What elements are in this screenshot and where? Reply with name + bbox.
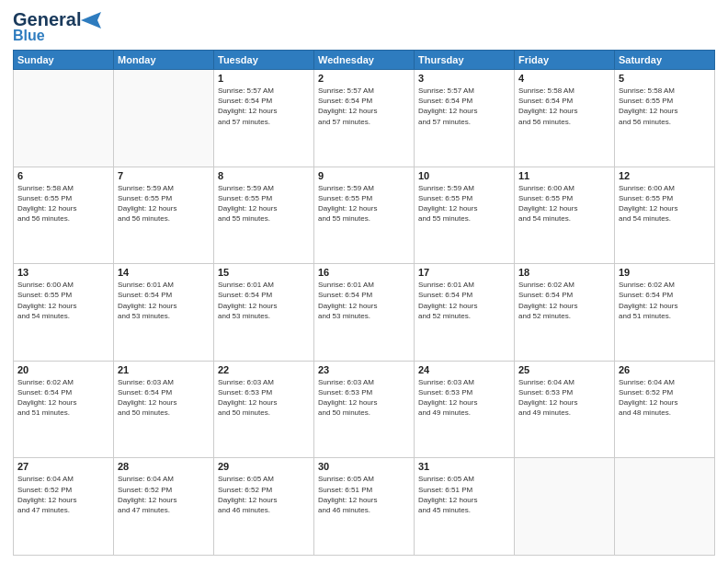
calendar-header-row: SundayMondayTuesdayWednesdayThursdayFrid…	[14, 51, 715, 70]
day-number: 27	[17, 461, 109, 472]
day-number: 25	[518, 364, 610, 375]
day-number: 1	[218, 73, 310, 84]
day-info: Sunrise: 5:57 AM Sunset: 6:54 PM Dayligh…	[218, 86, 310, 127]
day-cell: 21Sunrise: 6:03 AM Sunset: 6:54 PM Dayli…	[114, 361, 214, 458]
day-info: Sunrise: 6:00 AM Sunset: 6:55 PM Dayligh…	[17, 280, 109, 321]
day-cell: 4Sunrise: 5:58 AM Sunset: 6:54 PM Daylig…	[515, 70, 615, 167]
week-row-4: 20Sunrise: 6:02 AM Sunset: 6:54 PM Dayli…	[14, 361, 715, 458]
day-info: Sunrise: 6:04 AM Sunset: 6:52 PM Dayligh…	[619, 377, 711, 419]
day-info: Sunrise: 5:59 AM Sunset: 6:55 PM Dayligh…	[118, 183, 210, 224]
day-cell	[615, 458, 715, 556]
day-cell: 7Sunrise: 5:59 AM Sunset: 6:55 PM Daylig…	[114, 167, 214, 264]
day-cell: 14Sunrise: 6:01 AM Sunset: 6:54 PM Dayli…	[114, 264, 214, 362]
day-cell: 5Sunrise: 5:58 AM Sunset: 6:55 PM Daylig…	[615, 70, 715, 167]
day-info: Sunrise: 5:59 AM Sunset: 6:55 PM Dayligh…	[418, 183, 510, 224]
logo-blue: Blue	[13, 28, 45, 44]
day-info: Sunrise: 6:03 AM Sunset: 6:54 PM Dayligh…	[118, 377, 210, 419]
day-cell: 20Sunrise: 6:02 AM Sunset: 6:54 PM Dayli…	[14, 361, 114, 458]
day-info: Sunrise: 6:05 AM Sunset: 6:51 PM Dayligh…	[418, 474, 510, 515]
day-cell: 6Sunrise: 5:58 AM Sunset: 6:55 PM Daylig…	[14, 167, 114, 264]
header: General Blue	[13, 9, 715, 44]
weekday-wednesday: Wednesday	[314, 51, 415, 70]
day-cell: 8Sunrise: 5:59 AM Sunset: 6:55 PM Daylig…	[214, 167, 314, 264]
day-cell: 11Sunrise: 6:00 AM Sunset: 6:55 PM Dayli…	[515, 167, 615, 264]
weekday-monday: Monday	[114, 51, 214, 70]
day-cell	[515, 458, 615, 556]
day-info: Sunrise: 6:03 AM Sunset: 6:53 PM Dayligh…	[218, 377, 310, 419]
day-cell: 28Sunrise: 6:04 AM Sunset: 6:52 PM Dayli…	[114, 458, 214, 556]
weekday-sunday: Sunday	[14, 51, 114, 70]
day-number: 24	[418, 364, 510, 375]
day-number: 13	[17, 267, 109, 278]
week-row-3: 13Sunrise: 6:00 AM Sunset: 6:55 PM Dayli…	[14, 264, 715, 362]
day-cell: 30Sunrise: 6:05 AM Sunset: 6:51 PM Dayli…	[314, 458, 415, 556]
day-cell: 27Sunrise: 6:04 AM Sunset: 6:52 PM Dayli…	[14, 458, 114, 556]
day-info: Sunrise: 6:01 AM Sunset: 6:54 PM Dayligh…	[118, 280, 210, 321]
day-number: 17	[418, 267, 510, 278]
day-info: Sunrise: 6:00 AM Sunset: 6:55 PM Dayligh…	[518, 183, 610, 224]
day-number: 20	[17, 364, 109, 375]
day-cell: 3Sunrise: 5:57 AM Sunset: 6:54 PM Daylig…	[415, 70, 515, 167]
day-cell: 17Sunrise: 6:01 AM Sunset: 6:54 PM Dayli…	[415, 264, 515, 362]
day-cell: 1Sunrise: 5:57 AM Sunset: 6:54 PM Daylig…	[214, 70, 314, 167]
day-info: Sunrise: 5:57 AM Sunset: 6:54 PM Dayligh…	[418, 86, 510, 127]
day-number: 6	[17, 170, 109, 181]
day-info: Sunrise: 5:59 AM Sunset: 6:55 PM Dayligh…	[218, 183, 310, 224]
day-cell: 26Sunrise: 6:04 AM Sunset: 6:52 PM Dayli…	[615, 361, 715, 458]
day-number: 14	[118, 267, 210, 278]
day-cell: 13Sunrise: 6:00 AM Sunset: 6:55 PM Dayli…	[14, 264, 114, 362]
day-info: Sunrise: 6:02 AM Sunset: 6:54 PM Dayligh…	[17, 377, 109, 419]
day-info: Sunrise: 6:05 AM Sunset: 6:52 PM Dayligh…	[218, 474, 310, 515]
day-number: 4	[518, 73, 610, 84]
day-cell: 12Sunrise: 6:00 AM Sunset: 6:55 PM Dayli…	[615, 167, 715, 264]
day-number: 3	[418, 73, 510, 84]
day-info: Sunrise: 6:05 AM Sunset: 6:51 PM Dayligh…	[318, 474, 410, 515]
day-cell: 23Sunrise: 6:03 AM Sunset: 6:53 PM Dayli…	[314, 361, 415, 458]
day-number: 29	[218, 461, 310, 472]
day-cell: 9Sunrise: 5:59 AM Sunset: 6:55 PM Daylig…	[314, 167, 415, 264]
day-number: 5	[619, 73, 711, 84]
day-number: 19	[619, 267, 711, 278]
day-info: Sunrise: 5:58 AM Sunset: 6:55 PM Dayligh…	[619, 86, 711, 127]
day-cell	[114, 70, 214, 167]
day-cell: 19Sunrise: 6:02 AM Sunset: 6:54 PM Dayli…	[615, 264, 715, 362]
day-info: Sunrise: 6:02 AM Sunset: 6:54 PM Dayligh…	[619, 280, 711, 321]
day-number: 31	[418, 461, 510, 472]
day-info: Sunrise: 6:04 AM Sunset: 6:53 PM Dayligh…	[518, 377, 610, 419]
day-cell: 29Sunrise: 6:05 AM Sunset: 6:52 PM Dayli…	[214, 458, 314, 556]
weekday-tuesday: Tuesday	[214, 51, 314, 70]
day-info: Sunrise: 6:01 AM Sunset: 6:54 PM Dayligh…	[318, 280, 410, 321]
logo-wing-icon	[81, 12, 101, 29]
day-cell: 24Sunrise: 6:03 AM Sunset: 6:53 PM Dayli…	[415, 361, 515, 458]
day-cell: 22Sunrise: 6:03 AM Sunset: 6:53 PM Dayli…	[214, 361, 314, 458]
day-number: 18	[518, 267, 610, 278]
day-info: Sunrise: 5:57 AM Sunset: 6:54 PM Dayligh…	[318, 86, 410, 127]
day-number: 11	[518, 170, 610, 181]
day-cell: 18Sunrise: 6:02 AM Sunset: 6:54 PM Dayli…	[515, 264, 615, 362]
day-number: 15	[218, 267, 310, 278]
svg-marker-0	[81, 12, 101, 29]
day-number: 22	[218, 364, 310, 375]
day-number: 2	[318, 73, 410, 84]
calendar-table: SundayMondayTuesdayWednesdayThursdayFrid…	[13, 50, 715, 556]
day-info: Sunrise: 5:58 AM Sunset: 6:55 PM Dayligh…	[17, 183, 109, 224]
weekday-saturday: Saturday	[615, 51, 715, 70]
day-number: 9	[318, 170, 410, 181]
week-row-2: 6Sunrise: 5:58 AM Sunset: 6:55 PM Daylig…	[14, 167, 715, 264]
weekday-friday: Friday	[515, 51, 615, 70]
day-cell: 16Sunrise: 6:01 AM Sunset: 6:54 PM Dayli…	[314, 264, 415, 362]
day-cell: 10Sunrise: 5:59 AM Sunset: 6:55 PM Dayli…	[415, 167, 515, 264]
day-number: 28	[118, 461, 210, 472]
day-info: Sunrise: 6:04 AM Sunset: 6:52 PM Dayligh…	[118, 474, 210, 515]
day-number: 10	[418, 170, 510, 181]
day-cell: 31Sunrise: 6:05 AM Sunset: 6:51 PM Dayli…	[415, 458, 515, 556]
day-info: Sunrise: 6:03 AM Sunset: 6:53 PM Dayligh…	[418, 377, 510, 419]
week-row-1: 1Sunrise: 5:57 AM Sunset: 6:54 PM Daylig…	[14, 70, 715, 167]
day-cell: 25Sunrise: 6:04 AM Sunset: 6:53 PM Dayli…	[515, 361, 615, 458]
day-info: Sunrise: 6:04 AM Sunset: 6:52 PM Dayligh…	[17, 474, 109, 515]
day-number: 8	[218, 170, 310, 181]
day-info: Sunrise: 5:58 AM Sunset: 6:54 PM Dayligh…	[518, 86, 610, 127]
day-number: 21	[118, 364, 210, 375]
day-number: 30	[318, 461, 410, 472]
logo: General Blue	[13, 9, 101, 44]
